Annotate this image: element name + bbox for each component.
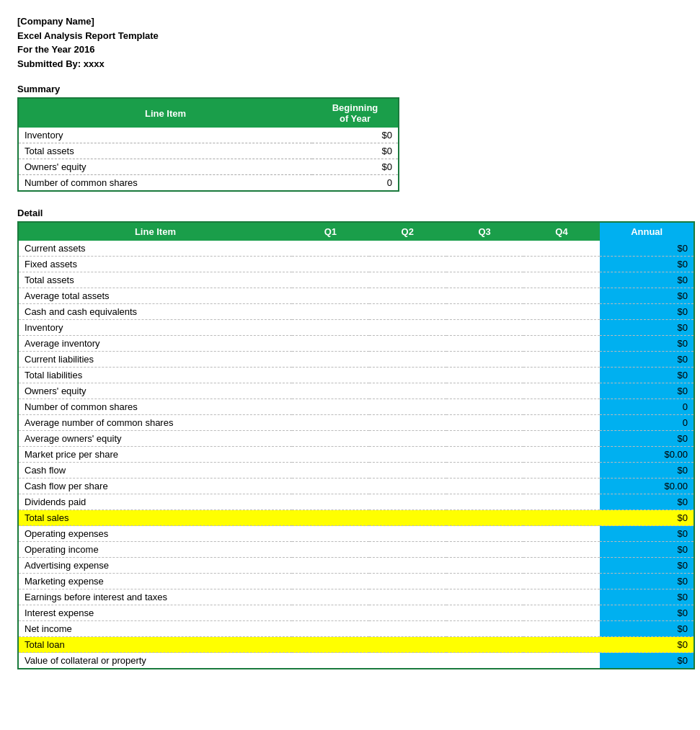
detail-row-q1 (292, 383, 369, 399)
summary-row-label: Owners' equity (18, 159, 312, 175)
detail-row-q3 (446, 589, 523, 605)
detail-row-annual: $0 (600, 431, 694, 447)
summary-row-value: 0 (312, 175, 399, 192)
detail-row-q4 (523, 447, 601, 463)
detail-row-q3 (446, 241, 523, 257)
detail-row: Net income $0 (18, 621, 694, 637)
detail-row-q3 (446, 431, 523, 447)
detail-row-q3 (446, 272, 523, 288)
detail-row: Average inventory $0 (18, 336, 694, 352)
summary-col-line-item: Line Item (18, 98, 312, 128)
detail-row-q1 (292, 415, 369, 431)
detail-row-q2 (369, 589, 446, 605)
detail-row-q1 (292, 368, 369, 383)
detail-row-q3 (446, 368, 523, 383)
detail-row-annual: $0 (600, 558, 694, 574)
detail-row-annual: $0 (600, 241, 694, 257)
detail-row-q3 (446, 447, 523, 463)
detail-row-annual: $0.00 (600, 478, 694, 494)
detail-row-q4 (523, 510, 601, 526)
detail-row-annual: $0 (600, 272, 694, 288)
detail-row: Operating expenses $0 (18, 526, 694, 542)
detail-row-q2 (369, 542, 446, 558)
detail-row-q4 (523, 320, 601, 336)
detail-row-q4 (523, 542, 601, 558)
detail-col-q4: Q4 (523, 222, 601, 241)
detail-row: Total assets $0 (18, 272, 694, 288)
detail-row-q1 (292, 510, 369, 526)
detail-row: Value of collateral or property $0 (18, 653, 694, 669)
summary-section-label: Summary (17, 84, 683, 94)
detail-row-q1 (292, 637, 369, 653)
detail-row-q2 (369, 510, 446, 526)
detail-row-q3 (446, 415, 523, 431)
detail-col-q3: Q3 (446, 222, 523, 241)
detail-row-q2 (369, 257, 446, 272)
detail-row-q1 (292, 431, 369, 447)
detail-row-q2 (369, 526, 446, 542)
detail-row-q3 (446, 383, 523, 399)
detail-row-q4 (523, 494, 601, 510)
detail-row-annual: $0 (600, 510, 694, 526)
summary-table: Line Item Beginningof Year Inventory $0 … (17, 97, 399, 192)
detail-row-q1 (292, 399, 369, 415)
detail-row-q2 (369, 621, 446, 637)
detail-row-q1 (292, 257, 369, 272)
detail-row-q3 (446, 637, 523, 653)
detail-row-q3 (446, 352, 523, 368)
detail-row-label: Total sales (18, 510, 292, 526)
detail-row-annual: $0 (600, 526, 694, 542)
detail-row-q3 (446, 574, 523, 589)
detail-col-annual: Annual (600, 222, 694, 241)
summary-row-label: Number of common shares (18, 175, 312, 192)
detail-row-q1 (292, 621, 369, 637)
summary-col-beginning: Beginningof Year (312, 98, 399, 128)
detail-row-label: Average owners' equity (18, 431, 292, 447)
detail-row-q4 (523, 304, 601, 320)
detail-col-q1: Q1 (292, 222, 369, 241)
detail-row-annual: $0 (600, 257, 694, 272)
detail-row-label: Earnings before interest and taxes (18, 589, 292, 605)
summary-row: Number of common shares 0 (18, 175, 399, 192)
detail-table: Line Item Q1 Q2 Q3 Q4 Annual Current ass… (17, 221, 695, 669)
detail-row-q3 (446, 621, 523, 637)
detail-row-q1 (292, 463, 369, 478)
detail-row-annual: $0 (600, 463, 694, 478)
detail-row-q1 (292, 526, 369, 542)
summary-row-label: Total assets (18, 143, 312, 159)
detail-row-q4 (523, 605, 601, 621)
detail-row-q3 (446, 304, 523, 320)
detail-row: Current liabilities $0 (18, 352, 694, 368)
detail-row-q4 (523, 621, 601, 637)
detail-row-q3 (446, 653, 523, 669)
detail-row-annual: $0 (600, 352, 694, 368)
detail-row-q4 (523, 463, 601, 478)
detail-row-q4 (523, 399, 601, 415)
detail-row-q1 (292, 558, 369, 574)
detail-row-q1 (292, 589, 369, 605)
detail-row-label: Cash and cash equivalents (18, 304, 292, 320)
detail-row-q4 (523, 653, 601, 669)
detail-row-label: Cash flow per share (18, 478, 292, 494)
detail-row-q3 (446, 526, 523, 542)
detail-row-q2 (369, 653, 446, 669)
detail-row-q1 (292, 478, 369, 494)
summary-row: Owners' equity $0 (18, 159, 399, 175)
detail-row-label: Average number of common shares (18, 415, 292, 431)
detail-row-q2 (369, 431, 446, 447)
detail-row-q4 (523, 637, 601, 653)
detail-row-q2 (369, 637, 446, 653)
detail-row-q2 (369, 383, 446, 399)
summary-row: Inventory $0 (18, 128, 399, 143)
detail-row-label: Marketing expense (18, 574, 292, 589)
detail-row: Interest expense $0 (18, 605, 694, 621)
detail-row-annual: $0 (600, 304, 694, 320)
detail-row-q4 (523, 415, 601, 431)
detail-row-label: Interest expense (18, 605, 292, 621)
detail-row: Current assets $0 (18, 241, 694, 257)
detail-row: Market price per share $0.00 (18, 447, 694, 463)
detail-row-q4 (523, 383, 601, 399)
detail-row-q1 (292, 304, 369, 320)
detail-row: Average owners' equity $0 (18, 431, 694, 447)
detail-row-annual: $0 (600, 637, 694, 653)
